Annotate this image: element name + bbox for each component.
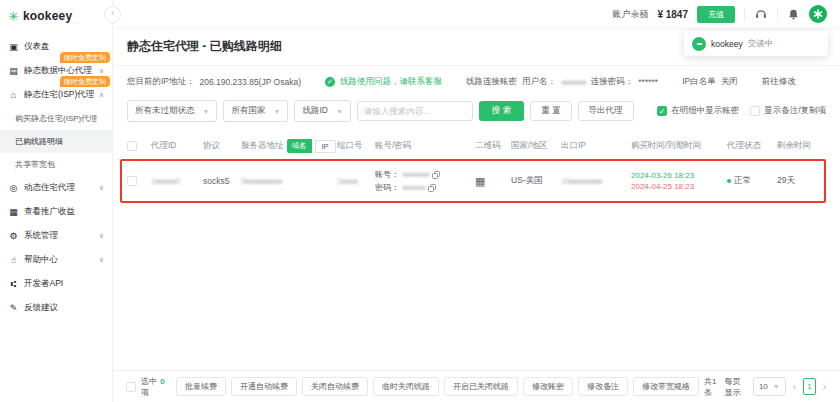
sidebar-item-developer-api[interactable]: ⑆ 开发者API <box>0 272 112 296</box>
brand-logo[interactable]: ✳ kookeey <box>0 0 112 33</box>
feedback-icon: ✎ <box>8 303 19 313</box>
main-area: ‹ 账户余额 ¥ 1847 充值 ••• kookeey 交谈中 静态住宅代理 … <box>113 0 840 402</box>
search-input[interactable] <box>357 101 473 121</box>
col-country: 国家/地区 <box>511 140 561 152</box>
modify-credentials-button[interactable]: 修改账密 <box>523 377 573 396</box>
balance-value: ¥ 1847 <box>657 9 688 20</box>
balance-label: 账户余额 <box>612 8 648 21</box>
disable-auto-renew-button[interactable]: 关闭自动续费 <box>302 377 368 396</box>
col-server: 服务器地址 域名 IP <box>241 139 337 153</box>
sidebar: ✳ kookeey ▣ 仪表盘 限时免费定制 ▤ 静态数据中心代理 ∨ 限时免费… <box>0 0 113 402</box>
col-proxy-id: 代理ID <box>151 140 203 152</box>
pagination: 共1条 每页显示 10 ▼ ‹ 1 › <box>704 376 827 398</box>
home-icon: ⌂ <box>8 90 19 100</box>
col-exit-ip: 出口IP <box>561 140 631 152</box>
country-select[interactable]: 所有国家 ▼ <box>223 100 288 122</box>
search-field-select[interactable]: 线路ID ▼ <box>294 100 350 122</box>
row-country: US-美国 <box>511 175 561 187</box>
avatar[interactable] <box>809 5 827 23</box>
total-count: 共1条 <box>704 376 718 398</box>
copy-icon[interactable] <box>432 171 440 179</box>
caret-down-icon: ▼ <box>273 108 280 115</box>
checkbox-checked-icon: ✓ <box>657 106 667 116</box>
ip-whitelist-value: 关闭 <box>721 76 738 88</box>
limited-free-badge: 限时免费定制 <box>60 76 110 87</box>
search-button[interactable]: 搜 索 <box>479 101 524 121</box>
row-buy-time: 2024-03-26 18:23 <box>631 171 694 180</box>
modify-bandwidth-button[interactable]: 修改带宽规格 <box>633 377 699 396</box>
temp-close-line-button[interactable]: 临时关闭线路 <box>373 377 439 396</box>
expiry-status-select[interactable]: 所有未过期状态 ▼ <box>127 100 217 122</box>
modify-remark-button[interactable]: 修改备注 <box>578 377 628 396</box>
row-server: 9●●●●●●●●● <box>241 176 337 186</box>
col-qrcode: 二维码 <box>475 140 511 152</box>
row-account-masked: ●●●●●●● <box>402 170 429 179</box>
sidebar-item-dynamic-residential[interactable]: ◎ 动态住宅代理 ∨ <box>0 176 112 200</box>
sidebar-item-system-management[interactable]: ⚙ 系统管理 ∨ <box>0 224 112 248</box>
ip-whitelist-label: IP白名单 <box>682 76 716 88</box>
sidebar-item-promotion-earnings[interactable]: ▦ 查看推广收益 <box>0 200 112 224</box>
sidebar-item-static-isp[interactable]: 限时免费定制 ⌂ 静态住宅(ISP)代理 ∧ <box>0 83 112 107</box>
select-all-checkbox[interactable] <box>127 141 137 151</box>
row-port: 1●●●● <box>337 176 375 186</box>
prev-page-button[interactable]: ‹ <box>792 381 797 392</box>
filter-bar: 所有未过期状态 ▼ 所有国家 ▼ 线路ID ▼ 搜 索 重 置 导出代理 ✓ 在… <box>127 100 826 122</box>
enable-auto-renew-button[interactable]: 开通自动续费 <box>231 377 297 396</box>
check-circle-icon: ✓ <box>325 77 335 87</box>
col-times: 购买时间/到期时间 <box>631 140 727 152</box>
show-remark-checkbox[interactable]: 显示备注/复制项 <box>750 105 826 117</box>
col-protocol: 协议 <box>203 140 241 152</box>
caret-down-icon: ▼ <box>773 383 780 390</box>
per-page-label: 每页显示 <box>724 376 747 398</box>
toggle-ip-button[interactable]: IP <box>315 140 336 153</box>
status-dot <box>727 179 731 183</box>
password-label: 连接密码： <box>591 76 634 88</box>
batch-renew-button[interactable]: 批量续费 <box>176 377 226 396</box>
sidebar-subitem-buy-isp[interactable]: 购买静态住宅(ISP)代理 <box>0 107 112 130</box>
page-number[interactable]: 1 <box>803 378 816 395</box>
row-remaining-time: 29天 <box>777 175 821 187</box>
chat-status-popup[interactable]: ••• kookeey 交谈中 <box>684 31 828 56</box>
current-ip-label: 您目前的IP地址： <box>127 76 195 88</box>
row-protocol: socks5 <box>203 176 241 186</box>
show-credentials-checkbox[interactable]: ✓ 在明细中显示账密 <box>657 105 739 117</box>
row-checkbox[interactable] <box>127 176 137 186</box>
reset-button[interactable]: 重 置 <box>530 101 571 121</box>
divider <box>744 8 745 21</box>
per-page-select[interactable]: 10 ▼ <box>753 377 786 396</box>
col-account: 账号/密码 <box>375 140 475 152</box>
reopen-closed-line-button[interactable]: 开启已关闭线路 <box>444 377 518 396</box>
row-expire-time: 2024-04-25 18:23 <box>631 182 694 191</box>
contact-support-link[interactable]: 线路使用问题，请联系客服 <box>340 76 442 88</box>
checkbox-unchecked-icon <box>750 106 760 116</box>
info-bar: 您目前的IP地址： 206.190.233.85(JP Osaka) ✓ 线路使… <box>127 66 826 96</box>
recharge-button[interactable]: 充值 <box>697 6 735 23</box>
current-ip-value: 206.190.233.85(JP Osaka) <box>200 77 301 87</box>
headset-icon[interactable] <box>754 7 768 21</box>
chat-icon: ••• <box>692 37 706 51</box>
next-page-button[interactable]: › <box>822 381 827 392</box>
sidebar-menu: ▣ 仪表盘 限时免费定制 ▤ 静态数据中心代理 ∨ 限时免费定制 ⌂ 静态住宅(… <box>0 35 112 320</box>
divider <box>777 8 778 21</box>
sidebar-item-help-center[interactable]: ☝ 帮助中心 ∨ <box>0 248 112 272</box>
sidebar-subitem-purchased-lines[interactable]: 已购线路明细 <box>0 130 112 153</box>
sidebar-subitem-shared-bandwidth[interactable]: 共享带宽包 <box>0 153 112 176</box>
copy-icon[interactable] <box>428 184 436 192</box>
qr-code-icon[interactable]: ▦ <box>475 176 485 187</box>
caret-down-icon: ▼ <box>336 108 343 115</box>
selected-count: 0 <box>159 377 165 386</box>
bell-icon[interactable] <box>787 8 800 21</box>
chevron-down-icon: ∨ <box>99 67 104 75</box>
table-header: 代理ID 协议 服务器地址 域名 IP 端口号 账号/密码 二维码 国家/地区 … <box>127 132 826 160</box>
toggle-domain-button[interactable]: 域名 <box>287 139 312 153</box>
table-row: 1●●●●●3 socks5 9●●●●●●●●● 1●●●● 账号： ●●●●… <box>127 160 826 202</box>
col-port: 端口号 <box>337 140 375 152</box>
export-proxy-button[interactable]: 导出代理 <box>578 101 634 121</box>
grid-icon: ▦ <box>8 207 19 217</box>
footer-select-all-checkbox[interactable] <box>126 382 136 392</box>
sidebar-collapse-button[interactable]: ‹ <box>104 6 121 23</box>
username-label: 用户名： <box>522 76 556 88</box>
sidebar-item-feedback[interactable]: ✎ 反馈建议 <box>0 296 112 320</box>
api-icon: ⑆ <box>8 279 19 289</box>
go-modify-link[interactable]: 前往修改 <box>762 76 796 88</box>
